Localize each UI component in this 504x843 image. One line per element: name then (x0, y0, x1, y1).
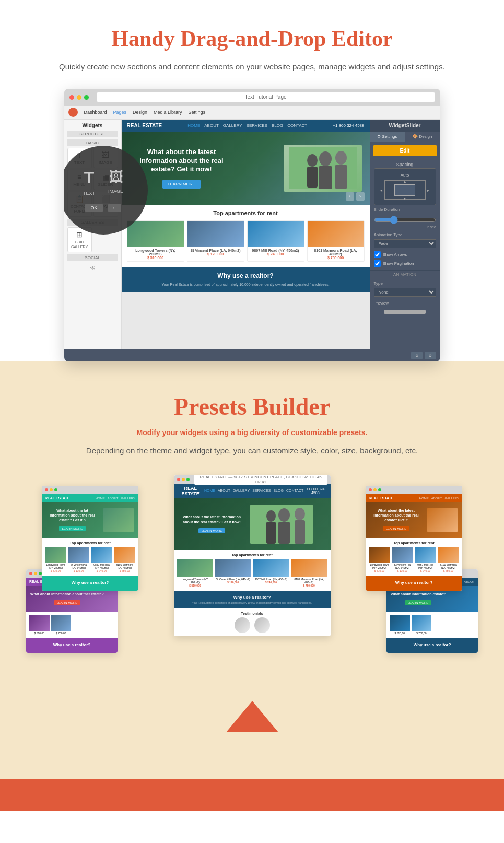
svg-point-5 (335, 151, 347, 165)
preset-prop-img-r1-1 (369, 547, 390, 563)
preset-nav-links-right1: HOME ABOUT GALLERY (419, 497, 459, 500)
preset-prop-img-m-1 (177, 559, 214, 577)
preset-browser-right1: REAL ESTATE HOME ABOUT GALLERY What abou… (366, 486, 462, 591)
svg-rect-9 (266, 522, 276, 544)
browser-bottom-bar: « » (64, 349, 440, 361)
site-nav-about[interactable]: ABOUT (204, 123, 219, 128)
preset-testimonials-main: Testimonials (174, 608, 331, 636)
widget-circle-row: T TEXT 🖼 IMAGE (83, 168, 123, 197)
widget-arrow-button[interactable]: ↔ (108, 204, 121, 212)
section2-title: Presets Builder (42, 393, 462, 420)
hero-prev-arrow[interactable]: ‹ (346, 192, 354, 201)
preset-prop-img-l1-3 (91, 547, 112, 563)
realtor-title: Why use a realtor? (127, 272, 365, 279)
widgets-title: Widgets (67, 123, 118, 128)
edit-button[interactable]: Edit (373, 145, 437, 156)
preset-prop-img-r2-2 (412, 615, 432, 631)
prop-price-2: $ 120,000 (190, 252, 242, 256)
tab-design[interactable]: 🎨 Design (405, 132, 440, 142)
widgets-section-basic: BASIC (67, 139, 118, 146)
preset-props-grid-left1: Longwood Towe (NY, 280m2)$ 510,00 St Vin… (45, 547, 135, 573)
slide-duration-slider[interactable] (374, 216, 436, 224)
preset-bar-left1 (42, 486, 138, 494)
widget-gridgallery-label: GRID GALLERY (71, 240, 88, 249)
preset-hero-left1: What about the lat information about the… (42, 502, 138, 538)
circle-image-icon: 🖼 (108, 168, 123, 185)
show-arrows-row: Show Arrows (370, 250, 440, 259)
preset-dot-green-main (186, 478, 190, 481)
preset-hero-main: What about the latest information about … (174, 498, 331, 550)
widget-ok-button[interactable]: OK (85, 204, 102, 212)
cms-logo-icon (68, 108, 78, 117)
widget-settings-panel: WidgetSlider ⚙ Settings 🎨 Design Edit Sp… (370, 120, 440, 349)
preset-props-grid-right2: $ 510,00 $ 750,00 (390, 615, 475, 635)
preset-hero-btn-right2[interactable]: LEARN MORE (405, 600, 432, 605)
testimonial-avatar-1 (235, 617, 250, 633)
preset-hero-title-right1: What about the latest information about … (370, 508, 423, 522)
animation-divider: ANIMATION (370, 270, 440, 277)
site-nav-home[interactable]: HOME (187, 123, 200, 128)
show-pagination-checkbox[interactable] (374, 260, 381, 267)
editor-area: Widgets STRUCTURE BASIC T TEXT 🖼 IMAGE ≡… (64, 120, 440, 349)
hero-next-arrow[interactable]: › (356, 192, 365, 201)
preset-hero-btn-right1[interactable]: LEARN MORE (383, 526, 410, 531)
preset-dot-green-r1 (378, 488, 381, 491)
preset-dot-yellow-l1 (50, 488, 53, 491)
next-page-button[interactable]: » (425, 352, 436, 359)
prev-page-button[interactable]: « (411, 352, 423, 359)
preset-prop-l1-1: Longwood Towe (NY, 280m2)$ 510,00 (45, 547, 66, 573)
cms-nav-design[interactable]: Design (133, 110, 147, 115)
browser-bar: Text Tutorial Page (64, 89, 440, 106)
realtor-text: Your Real Estate is comprised of approxi… (127, 282, 365, 287)
preset-hero-btn-left2[interactable]: LEARN MORE (54, 600, 81, 605)
presets-mockup-group: REAL ESTATE HOME ABOUT GALLERY What abou… (42, 475, 462, 736)
svg-rect-6 (335, 165, 347, 189)
site-nav-blog[interactable]: BLOG (272, 123, 283, 128)
site-nav-contact[interactable]: CONTACT (287, 123, 307, 128)
browser-dot-red (69, 95, 74, 100)
preset-hero-btn-main[interactable]: LEARN MORE (198, 528, 226, 533)
show-arrows-checkbox[interactable] (374, 251, 381, 258)
preset-prop-info-l2-2: $ 750,00 (51, 631, 72, 635)
svg-rect-13 (295, 520, 305, 544)
type-select[interactable]: None (374, 288, 436, 297)
preset-props-title-right1: Top apartments for rent (369, 541, 459, 545)
preset-prop-img-r1-4 (438, 547, 459, 563)
cms-nav-pages[interactable]: Pages (113, 110, 127, 115)
prop-info-2: St Vincent Place (LA, 640m2) $ 120,000 (187, 247, 244, 257)
prop-img-2 (187, 221, 244, 247)
hero-learn-more-button[interactable]: LEARN MORE (162, 180, 201, 189)
preset-dot-green-l1 (54, 488, 57, 491)
tab-settings[interactable]: ⚙ Settings (370, 132, 405, 142)
collapse-icon[interactable]: ≪ (67, 263, 118, 273)
cms-nav-media[interactable]: Media Library (154, 110, 182, 115)
animation-type-select[interactable]: Fade (374, 239, 436, 248)
prop-card-1: Longwood Towers (NY, 280m2) $ 510,000 (127, 220, 184, 262)
hero-image (284, 145, 362, 192)
prop-price-3: $ 240,000 (250, 252, 302, 256)
hero-title: What about the latest information about … (130, 148, 234, 174)
site-nav-gallery[interactable]: GALLERY (223, 123, 242, 128)
preset-hero-btn-left1[interactable]: LEARN MORE (59, 526, 86, 531)
preset-realtor-text-main: Your Real Estate is comprised of approxi… (178, 601, 326, 604)
preset-hero-text-left2: What about information about the! estate… (30, 592, 104, 606)
slide-duration-label: Slide Duration (374, 207, 400, 212)
preset-prop-info-l2-1: $ 510,00 (29, 631, 50, 635)
preset-props-left1: Top apartments for rent Longwood Towe (N… (42, 538, 138, 576)
prop-name-2: St Vincent Place (LA, 640m2) (190, 249, 242, 252)
preset-prop-r1-2: St Vincent Pla (LA, 640m2)$ 130,00 (392, 547, 413, 573)
site-nav-services[interactable]: SERVICES (247, 123, 267, 128)
preview-bar (384, 310, 426, 314)
prop-img-3 (248, 221, 304, 247)
cms-nav-dashboard[interactable]: Dashboard (84, 110, 107, 115)
widget-circle-overlay: T TEXT 🖼 IMAGE OK ↔ (64, 146, 148, 235)
preset-prop-img-r2-1 (390, 615, 410, 631)
preset-nav-links-left1: HOME ABOUT GALLERY (96, 497, 135, 500)
cms-nav-settings[interactable]: Settings (189, 110, 206, 115)
preset-hero-text-left1: What about the lat information about the… (46, 508, 99, 532)
type-select-row: None (370, 288, 440, 299)
preset-realtor-title-l2: Why use a realtor? (30, 642, 113, 647)
preset-prop-info-m-2: St Vincent Place (LA, 640m2)$ 120,000 (215, 577, 251, 584)
preset-props-grid-left2: $ 510,00 $ 750,00 (29, 615, 114, 635)
show-pagination-label: Show Pagination (383, 261, 414, 266)
